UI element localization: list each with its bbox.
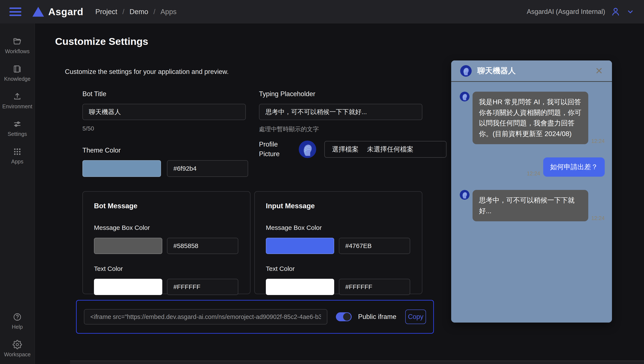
theme-color-hex-input[interactable] (167, 160, 248, 177)
breadcrumb-project[interactable]: Project (95, 8, 117, 16)
profile-picture-file-input[interactable]: 選擇檔案 未選擇任何檔案 (324, 141, 446, 158)
sidebar-item-environment[interactable]: Environment (2, 92, 32, 110)
bot-avatar (460, 190, 470, 200)
user-icon[interactable] (611, 7, 620, 17)
breadcrumb-separator: / (153, 8, 155, 16)
embed-code-input[interactable] (84, 309, 327, 324)
sliders-icon (12, 119, 22, 129)
sidebar-item-label: Workflows (5, 48, 30, 55)
sidebar-item-label: Settings (8, 131, 27, 137)
bot-box-color-label: Message Box Color (94, 224, 239, 231)
account-menu[interactable]: AsgardAI (Asgard Internal) (527, 7, 634, 17)
input-box-color-hex-input[interactable] (339, 238, 410, 254)
logo-text[interactable]: Asgard (48, 6, 83, 18)
help-circle-icon (12, 312, 22, 322)
bot-text-color-label: Text Color (94, 265, 239, 272)
bot-title-label: Bot Title (82, 90, 246, 98)
input-message-panel-title: Input Message (266, 202, 411, 210)
upload-icon (12, 92, 22, 101)
bot-text-color-hex-input[interactable] (167, 279, 238, 295)
input-text-color-swatch[interactable] (266, 279, 334, 295)
sidebar-item-label: Apps (11, 159, 24, 165)
sidebar-item-workflows[interactable]: Workflows (5, 37, 30, 55)
input-text-color-hex-input[interactable] (339, 279, 410, 295)
bot-title-counter: 5/50 (82, 125, 246, 132)
chat-header: 聊天機器人 ✕ (451, 61, 612, 82)
sidebar-item-settings[interactable]: Settings (8, 119, 27, 137)
breadcrumb-separator: / (122, 8, 124, 16)
profile-picture-field-group: Profile Picture 選擇檔案 未選擇任何檔案 (259, 140, 458, 159)
input-text-color-label: Text Color (266, 265, 411, 272)
chat-message-list: 我是HR 常見問答 AI，我可以回答你各項關於人資相關的問題，你可以問我任何問題… (451, 82, 612, 221)
copy-button[interactable]: Copy (405, 309, 426, 324)
bot-message-bubble: 我是HR 常見問答 AI，我可以回答你各項關於人資相關的問題，你可以問我任何問題… (472, 92, 588, 144)
bot-avatar (460, 92, 470, 102)
chat-message-bot: 我是HR 常見問答 AI，我可以回答你各項關於人資相關的問題，你可以問我任何問題… (460, 92, 605, 144)
bot-message-panel-title: Bot Message (94, 202, 239, 210)
bot-title-input[interactable] (82, 104, 246, 120)
sidebar-item-help[interactable]: Help (12, 312, 23, 330)
profile-picture-label: Profile Picture (259, 140, 287, 159)
chevron-down-icon[interactable] (626, 8, 634, 16)
sidebar-item-workspace[interactable]: Workspace (4, 340, 31, 357)
chat-message-bot: 思考中，可不可以稍候一下下就好... 12:24 (460, 190, 605, 221)
input-box-color-label: Message Box Color (266, 224, 411, 231)
folder-icon (12, 37, 22, 46)
chat-title: 聊天機器人 (477, 66, 516, 76)
chat-bot-avatar (460, 65, 472, 77)
user-message-bubble: 如何申請出差？ (543, 157, 605, 177)
sidebar-item-label: Workspace (4, 351, 31, 357)
file-status-text: 未選擇任何檔案 (367, 145, 414, 154)
theme-color-label: Theme Color (82, 147, 248, 154)
breadcrumb-apps[interactable]: Apps (160, 8, 176, 16)
bot-message-bubble: 思考中，可不可以稍候一下下就好... (472, 190, 588, 221)
bot-message-panel: Bot Message Message Box Color Text Color (82, 191, 250, 294)
public-iframe-toggle[interactable] (336, 312, 352, 321)
sidebar-item-knowledge[interactable]: Knowledge (4, 64, 30, 82)
theme-color-field-group: Theme Color (82, 147, 248, 177)
breadcrumb: Project / Demo / Apps (95, 8, 176, 16)
breadcrumb-demo[interactable]: Demo (130, 8, 148, 16)
bot-text-color-swatch[interactable] (94, 279, 162, 295)
theme-color-swatch[interactable] (82, 160, 161, 177)
page-description: Customize the settings for your applicat… (65, 68, 229, 76)
apps-grid-icon (12, 147, 22, 156)
toggle-knob (343, 313, 351, 321)
gear-icon (12, 340, 22, 349)
message-timestamp: 12:24 (527, 170, 540, 177)
input-box-color-swatch[interactable] (266, 238, 334, 254)
asgard-logo-icon[interactable] (32, 7, 44, 17)
bot-box-color-hex-input[interactable] (167, 238, 238, 254)
public-iframe-label: Public iframe (358, 313, 396, 321)
input-message-panel: Input Message Message Box Color Text Col… (254, 191, 422, 294)
embed-iframe-section: Public iframe Copy (76, 300, 434, 334)
bot-title-field-group: Bot Title 5/50 (82, 90, 246, 132)
message-timestamp: 12:24 (591, 138, 605, 144)
typing-placeholder-input[interactable] (259, 104, 422, 120)
chat-close-icon[interactable]: ✕ (595, 66, 603, 76)
choose-file-button[interactable]: 選擇檔案 (332, 145, 358, 154)
book-icon (12, 64, 22, 74)
footer-bar: Save (70, 360, 644, 364)
sidebar-item-label: Environment (2, 103, 32, 110)
top-bar: Asgard Project / Demo / Apps AsgardAI (A… (0, 0, 644, 24)
sidebar-item-apps[interactable]: Apps (11, 147, 24, 165)
sidebar-item-label: Knowledge (4, 76, 30, 82)
profile-picture-avatar (299, 141, 316, 158)
hamburger-menu-icon[interactable] (10, 8, 21, 16)
typing-placeholder-helper: 處理中暫時顯示的文字 (259, 125, 422, 133)
typing-placeholder-label: Typing Placeholder (259, 90, 422, 98)
message-timestamp: 12:24 (591, 215, 605, 221)
sidebar: Workflows Knowledge Environment Settings… (0, 24, 35, 364)
bot-box-color-swatch[interactable] (94, 238, 162, 254)
chat-preview-panel: 聊天機器人 ✕ 我是HR 常見問答 AI，我可以回答你各項關於人資相關的問題，你… (451, 61, 612, 322)
app-root: Asgard Project / Demo / Apps AsgardAI (A… (0, 0, 644, 364)
chat-message-user: 12:24 如何申請出差？ (460, 157, 605, 177)
page-title: Customize Settings (55, 36, 148, 47)
sidebar-item-label: Help (12, 324, 23, 330)
account-label: AsgardAI (Asgard Internal) (527, 8, 605, 16)
typing-placeholder-field-group: Typing Placeholder 處理中暫時顯示的文字 (259, 90, 422, 133)
